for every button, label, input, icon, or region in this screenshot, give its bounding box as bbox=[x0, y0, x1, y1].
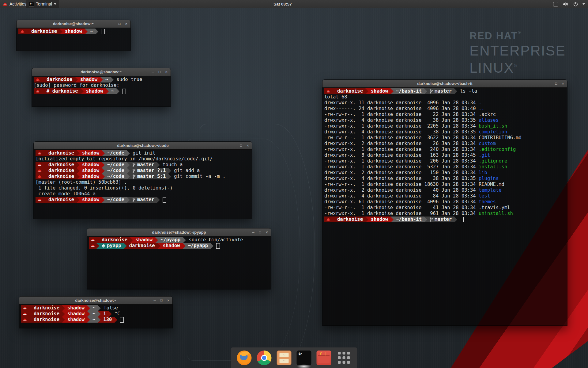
terminal-content[interactable]: darknoiseshadow~ bbox=[17, 28, 130, 51]
maximize-button[interactable]: □ bbox=[240, 144, 242, 147]
dock-item-terminal[interactable]: $> bbox=[297, 351, 311, 365]
terminal-content[interactable]: darknoiseshadow~/codegit initInitialized… bbox=[34, 149, 252, 219]
powerline-separator-icon bbox=[87, 317, 90, 323]
maximize-button[interactable]: □ bbox=[160, 299, 163, 302]
powerline-separator-icon bbox=[98, 311, 101, 317]
prompt-segment-os bbox=[36, 150, 43, 156]
powerline-separator-icon bbox=[77, 197, 80, 203]
titlebar[interactable]: darknoise@shadow:~ –□× bbox=[19, 297, 172, 305]
system-status-area[interactable] bbox=[553, 0, 585, 8]
terminal-line: create mode 100644 a bbox=[36, 191, 252, 197]
redhat-logo-icon bbox=[2, 2, 8, 6]
dock-item-chrome[interactable] bbox=[257, 351, 272, 365]
redhat-icon bbox=[91, 238, 95, 242]
prompt-segment-host: shadow bbox=[65, 317, 87, 323]
titlebar[interactable]: darknoise@shadow:~ –□× bbox=[32, 68, 171, 76]
ls-entry-meta: -rwxrwxr-x. 1 darknoise darknoise 5327 J… bbox=[324, 164, 479, 170]
close-button[interactable]: × bbox=[167, 298, 169, 302]
volume-icon[interactable] bbox=[563, 2, 569, 6]
power-icon[interactable] bbox=[573, 2, 578, 6]
terminal-line: [sudo] password for darknoise: bbox=[34, 82, 171, 88]
titlebar[interactable]: darknoise@shadow:~ –□× bbox=[17, 20, 130, 28]
redhat-icon bbox=[37, 175, 42, 178]
minimize-button[interactable]: – bbox=[548, 82, 551, 86]
dock-item-files[interactable] bbox=[277, 351, 292, 365]
prompt-segment-host: shadow bbox=[80, 197, 102, 203]
terminal-line: -rwxrwxr-x. 1 darknoise darknoise 206 Ja… bbox=[324, 158, 567, 164]
command-text: ^C bbox=[115, 311, 120, 317]
activities-button[interactable]: Activities bbox=[2, 0, 26, 8]
powerline-separator-icon bbox=[332, 88, 335, 94]
powerline-separator-icon bbox=[183, 243, 186, 249]
maximize-button[interactable]: □ bbox=[555, 82, 557, 85]
powerline-separator-icon bbox=[87, 311, 90, 317]
screen-icon[interactable] bbox=[553, 2, 558, 6]
powerline-separator-icon bbox=[168, 168, 171, 174]
ls-entry-name: completion bbox=[479, 129, 507, 135]
terminal-line: drwxrwxr-x. 2 darknoise darknoise 150 Ja… bbox=[324, 170, 567, 176]
minimize-button[interactable]: – bbox=[252, 230, 254, 234]
close-button[interactable]: × bbox=[266, 230, 268, 234]
terminal-cursor bbox=[101, 29, 105, 34]
redhat-icon bbox=[23, 318, 27, 321]
powerline-separator-icon bbox=[77, 168, 80, 174]
output-text: [master (root-commit) 50bcb63] . bbox=[36, 179, 127, 185]
chevron-down-icon bbox=[54, 3, 56, 5]
maximize-button[interactable]: □ bbox=[259, 231, 261, 234]
prompt-segment-path: ~ bbox=[90, 311, 98, 317]
prompt-segment-status: 1 bbox=[101, 311, 108, 317]
dock-item-firefox[interactable] bbox=[237, 351, 252, 365]
terminal-line: drwxrwxr-x. 4 darknoise darknoise 38 Jan… bbox=[324, 117, 567, 123]
powerline-separator-icon bbox=[96, 237, 99, 243]
minimize-button[interactable]: – bbox=[154, 298, 156, 302]
terminal-content[interactable]: darknoiseshadow~/pyappsource bin/activat… bbox=[87, 236, 271, 289]
terminal-line: drwxrwxr-x. 61 darknoise darknoise 4096 … bbox=[324, 199, 567, 205]
terminal-content[interactable]: darknoiseshadow~falsedarknoiseshadow~1^C… bbox=[19, 304, 172, 328]
powerline-separator-icon bbox=[210, 243, 213, 249]
app-menu-terminal[interactable]: $> Terminal bbox=[26, 0, 59, 8]
prompt-segment-os bbox=[324, 217, 332, 222]
ls-entry-name: plugins bbox=[479, 176, 499, 182]
prompt-segment-path: ~ bbox=[109, 88, 116, 94]
maximize-button[interactable]: □ bbox=[119, 22, 121, 25]
prompt-segment-os bbox=[36, 174, 43, 179]
git-branch-icon bbox=[430, 217, 433, 222]
powerline-separator-icon bbox=[87, 305, 90, 311]
ls-entry-name: README.md bbox=[479, 182, 504, 187]
titlebar[interactable]: darknoise@shadow:~/pyapp –□× bbox=[87, 228, 271, 236]
clock[interactable]: Sat 03:57 bbox=[273, 0, 292, 8]
terminal-line: -rwxrwxr-x. 1 darknoise darknoise 240 Ja… bbox=[324, 147, 567, 152]
terminal-line: pyappdarknoiseshadow~/pyapp bbox=[89, 243, 271, 249]
close-button[interactable]: × bbox=[125, 22, 127, 26]
minimize-button[interactable]: – bbox=[112, 22, 114, 26]
titlebar[interactable]: darknoise@shadow:~/bash-it –□× bbox=[322, 80, 567, 88]
powerline-separator-icon bbox=[43, 174, 46, 179]
close-button[interactable]: × bbox=[247, 144, 249, 148]
redhat-icon bbox=[37, 151, 42, 155]
maximize-button[interactable]: □ bbox=[159, 70, 161, 74]
prompt-segment-path: ~ bbox=[90, 317, 98, 323]
prompt-segment-user: darknoise bbox=[31, 305, 62, 311]
ls-entry-meta: drwxrwxr-x. 4 darknoise darknoise 84 Jan… bbox=[324, 193, 479, 199]
redhat-icon bbox=[37, 198, 42, 201]
titlebar[interactable]: darknoise@shadow:~/code –□× bbox=[34, 142, 252, 150]
dock-item-toolbox[interactable] bbox=[317, 351, 331, 365]
branding-line-1: RED HAT® bbox=[469, 31, 566, 41]
minimize-button[interactable]: – bbox=[233, 144, 236, 148]
minimize-button[interactable]: – bbox=[152, 70, 154, 74]
output-text: total 68 bbox=[324, 94, 347, 100]
close-button[interactable]: × bbox=[165, 70, 168, 74]
terminal-line: -rw-rw-r--. 1 darknoise darknoise 18630 … bbox=[324, 182, 567, 187]
git-branch-icon bbox=[132, 169, 136, 173]
ls-entry-name: .travis.yml bbox=[479, 205, 510, 211]
dock-item-app-grid[interactable] bbox=[337, 351, 351, 365]
terminal-content[interactable]: darknoiseshadow~/bash-itmasterls -latota… bbox=[322, 87, 567, 325]
terminal-content[interactable]: darknoiseshadow~sudo true[sudo] password… bbox=[32, 76, 171, 106]
ls-entry-name: .git bbox=[479, 152, 490, 158]
terminal-line: darknoiseshadow~false bbox=[21, 305, 172, 311]
chevron-down-icon[interactable] bbox=[582, 3, 585, 5]
window-title: darknoise@shadow:~/pyapp bbox=[152, 230, 206, 235]
terminal-line: Initialized empty Git repository in /hom… bbox=[36, 156, 252, 162]
powerline-separator-icon bbox=[41, 77, 44, 82]
close-button[interactable]: × bbox=[562, 82, 564, 86]
